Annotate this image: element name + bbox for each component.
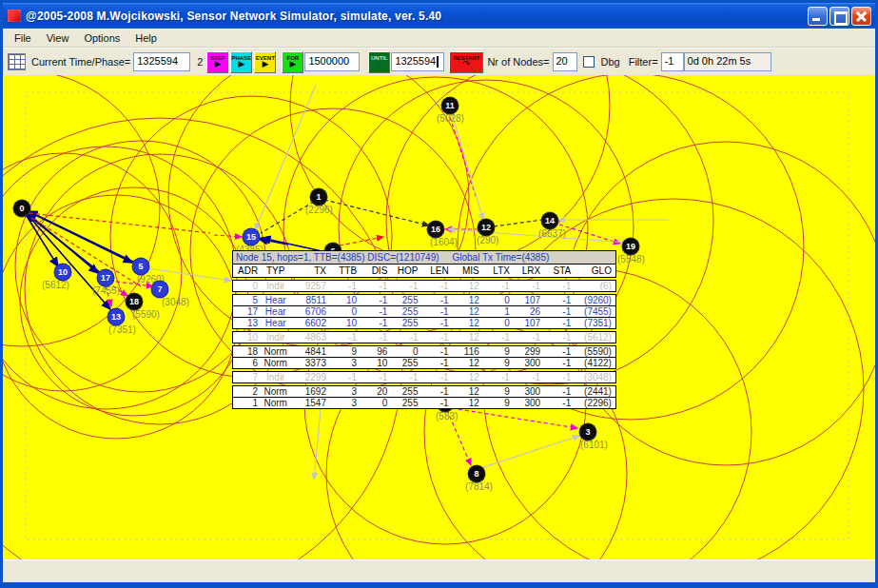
status-bar <box>3 559 875 582</box>
node-label-16: (1604) <box>430 237 458 247</box>
table-row: 7Indir2299-1-1-1-112-1-1-1(3048) <box>232 371 616 383</box>
network-node-15[interactable]: 15 <box>244 229 260 245</box>
node-label-10: (5612) <box>42 280 69 290</box>
grid-table-icon[interactable] <box>8 53 26 70</box>
table-col-hop: HOP <box>389 265 419 276</box>
for-button[interactable]: FOR ▶ <box>282 51 303 73</box>
play-icon: ▶ <box>214 60 221 69</box>
network-node-8[interactable]: 8 <box>469 466 485 482</box>
window-title: @2005-2008 M.Wojcikowski, Sensor Network… <box>26 10 808 23</box>
network-node-18[interactable]: 18 <box>127 294 143 310</box>
dbg-label: Dbg <box>601 56 620 68</box>
play-icon: ▶ <box>238 60 244 69</box>
network-edge <box>494 220 542 226</box>
node-label-4: (583) <box>436 411 458 421</box>
network-node-7[interactable]: 7 <box>152 282 168 298</box>
elapsed-time-field: 0d 0h 22m 5s <box>684 52 771 71</box>
network-node-11[interactable]: 11 <box>442 98 459 114</box>
network-node-5[interactable]: 5 <box>133 259 149 275</box>
network-node-1[interactable]: 1 <box>311 189 327 206</box>
table-title-left: Node 15, hops=1, TTB=(4385) DISC=(121074… <box>236 252 452 263</box>
table-col-mis: MIS <box>451 265 481 276</box>
network-edge <box>480 436 579 468</box>
table-row: 0Indir9257-1-1-1-112-1-1-1(6) <box>232 280 616 292</box>
toolbar: Current Time/Phase= 1325594 2 STEP ▶ PHA… <box>3 48 875 75</box>
node-label-8: (7814) <box>465 481 493 492</box>
table-col-lrx: LRX <box>512 265 542 276</box>
play-icon: ▶ <box>376 60 382 69</box>
restart-button[interactable]: RESTART ↷ <box>449 51 483 73</box>
menu-bar: File View Options Help <box>3 29 875 48</box>
table-row: 2Norm1692320255-1129300-1(2441) <box>232 385 616 398</box>
until-field[interactable]: 1325594 <box>391 52 444 71</box>
event-button[interactable]: EVENT ▶ <box>254 51 276 73</box>
table-header-row: ADRTYPTXTTBDISHOPLENMISLTXLRXSTAGLO <box>233 265 615 277</box>
play-icon: ▶ <box>262 60 268 69</box>
node-label-7: (3048) <box>162 297 189 307</box>
node-label-17: (7455) <box>92 285 120 296</box>
table-col-len: LEN <box>419 265 450 276</box>
nodes-field[interactable]: 20 <box>553 52 577 71</box>
phase-number: 2 <box>197 56 203 68</box>
table-row: 18Norm48419960-11169299-1(5590) <box>232 345 616 358</box>
phase-button[interactable]: PHASE ▶ <box>230 51 252 73</box>
network-edge <box>559 225 620 244</box>
step-button[interactable]: STEP ▶ <box>206 51 228 73</box>
network-node-12[interactable]: 12 <box>478 220 495 236</box>
network-node-17[interactable]: 17 <box>98 270 114 286</box>
node-label-18: (5590) <box>132 309 160 320</box>
network-node-14[interactable]: 14 <box>542 213 558 229</box>
table-col-ltx: LTX <box>481 265 512 276</box>
menu-help[interactable]: Help <box>127 30 165 46</box>
table-title-right: Global Tx Time=(4385) <box>452 252 613 263</box>
minimize-button[interactable] <box>808 7 828 26</box>
network-edge <box>452 408 577 428</box>
network-node-19[interactable]: 19 <box>623 239 639 255</box>
current-time-label: Current Time/Phase= <box>31 56 130 68</box>
network-edge <box>450 117 477 199</box>
app-icon <box>8 10 21 22</box>
dbg-checkbox[interactable] <box>583 56 595 68</box>
table-row: 13Hear660210-1255-1120107-1(7351) <box>232 318 616 329</box>
table-col-dis: DIS <box>359 265 389 276</box>
table-col-adr: ADR <box>235 265 260 276</box>
node-label-12: (290) <box>477 235 498 245</box>
nodes-label: Nr of Nodes= <box>487 56 549 68</box>
table-title-row: Node 15, hops=1, TTB=(4385) DISC=(121074… <box>233 251 615 265</box>
close-button[interactable] <box>851 7 871 26</box>
simulation-canvas[interactable]: 010(5612)17(7455)5(9260)18(5590)7(3048)1… <box>3 75 875 559</box>
table-col-tx: TX <box>293 265 328 276</box>
filter-label: Filter= <box>629 56 658 68</box>
table-col-typ: TYP <box>260 265 293 276</box>
table-col-sta: STA <box>542 265 573 276</box>
node-label-14: (6637) <box>538 228 566 239</box>
current-time-field[interactable]: 1325594 <box>133 52 190 71</box>
node-label-19: (5548) <box>617 254 645 265</box>
network-node-10[interactable]: 10 <box>55 265 71 281</box>
app-window: @2005-2008 M.Wojcikowski, Sensor Network… <box>0 0 878 588</box>
menu-file[interactable]: File <box>7 30 39 46</box>
network-node-3[interactable]: 3 <box>580 424 596 441</box>
node-label-1: (2296) <box>305 205 333 215</box>
table-row: 1Norm154730255-1129300-1(2296) <box>232 398 616 409</box>
for-field[interactable]: 1500000 <box>304 52 360 71</box>
network-node-13[interactable]: 13 <box>108 309 125 325</box>
menu-view[interactable]: View <box>39 30 77 46</box>
table-row: 17Hear67060-1255-112126-1(7455) <box>232 306 616 318</box>
table-col-glo: GLO <box>573 265 614 276</box>
title-bar[interactable]: @2005-2008 M.Wojcikowski, Sensor Network… <box>3 3 875 29</box>
menu-options[interactable]: Options <box>76 30 127 46</box>
until-button[interactable]: UNTIL ▶ <box>368 51 390 73</box>
filter-field[interactable]: -1 <box>661 52 684 71</box>
maximize-button[interactable] <box>829 7 849 26</box>
network-node-0[interactable]: 0 <box>14 201 30 217</box>
network-edge <box>31 218 141 286</box>
node-label-13: (7351) <box>108 324 136 335</box>
table-col-ttb: TTB <box>328 265 359 276</box>
node-label-11: (5028) <box>437 113 464 124</box>
network-node-16[interactable]: 16 <box>428 222 444 238</box>
table-row: 6Norm3373310255-1129300-1(4122) <box>232 358 616 369</box>
text-caret <box>437 56 439 68</box>
restart-arrow-icon: ↷ <box>463 60 471 69</box>
node-label-3: (6101) <box>580 440 608 450</box>
